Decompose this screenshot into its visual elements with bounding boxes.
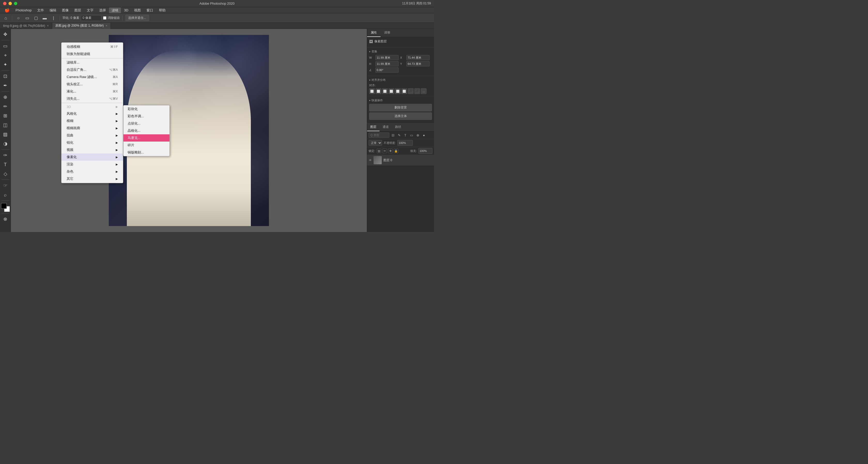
distribute-v[interactable]: ⬛ [414,88,420,94]
select-and-mask-button[interactable]: 选择并遮住... [125,15,149,21]
selection-tool[interactable] [1,41,10,51]
filter-pixelate[interactable]: 像素化 ▶ [61,153,123,161]
layers-icon-2[interactable]: T [403,132,408,138]
quick-actions-title[interactable]: ▾ 快速操作 [369,98,432,102]
text-tool[interactable] [1,160,10,169]
foreground-color[interactable] [1,203,7,209]
menu-select[interactable]: 选择 [97,7,108,13]
lock-position[interactable]: ✥ [388,149,393,153]
remove-background-button[interactable]: 删除背景 [369,104,432,111]
tab-layers[interactable]: 图层 [367,123,379,131]
submenu-copper-engrave[interactable]: 铜版雕刻... [123,149,169,156]
home-button[interactable]: ⌂ [2,14,9,22]
submenu-fragment[interactable]: 碎片 [123,142,169,149]
select-subject-button[interactable]: 选择主体 [369,113,432,120]
lasso-tool[interactable] [1,51,10,60]
filter-vanishing-point[interactable]: 消失点... ⌥⌘V [61,95,123,102]
tab-original[interactable]: 原图.jpg @ 200% (图层 1, RGB/8#) ✕ [52,23,111,29]
lock-transparent[interactable]: ▨ [377,149,381,153]
blend-mode-select[interactable]: 正常 [369,140,382,146]
menu-file[interactable]: 文件 [35,7,46,13]
gradient-tool[interactable] [1,130,10,139]
submenu-mosaic[interactable]: 马赛克... [123,134,169,142]
x-input[interactable] [406,55,430,60]
filter-lens-correct[interactable]: 镜头校正... ⌘R [61,81,123,88]
zoom-tool[interactable] [1,190,10,199]
align-title[interactable]: ▾ 对齐并分布 [369,78,432,82]
rounded-rect-tool[interactable]: ▢ [32,14,39,22]
h-input[interactable] [375,61,399,66]
eraser-tool[interactable] [1,121,10,129]
stamp-tool[interactable] [1,111,10,120]
path-tool[interactable] [1,169,10,178]
filter-liquify[interactable]: 液化... ⌘X [61,88,123,95]
apple-menu[interactable]: 🍎 [2,8,12,13]
align-center-h[interactable]: ⬜ [376,88,381,94]
filter-camera-raw[interactable]: Camera Raw 滤镜... ⌘A [61,73,123,81]
layers-search-input[interactable] [369,132,389,138]
filter-blur[interactable]: 模糊 ▶ [61,117,123,125]
heal-tool[interactable] [1,93,10,101]
angle-input[interactable] [375,67,399,72]
minimize-button[interactable] [8,2,12,5]
layers-icon-4[interactable]: ⊕ [415,132,420,138]
filter-distort[interactable]: 扭曲 ▶ [61,132,123,139]
custom-shape-tool[interactable] [1,215,10,223]
align-center-v[interactable]: ⬜ [395,88,401,94]
align-right[interactable]: ⬜ [382,88,388,94]
transform-title[interactable]: ▾ 变换 [369,50,432,54]
tab-channels[interactable]: 通道 [379,123,392,131]
menu-help[interactable]: 帮助 [156,7,168,13]
layers-icon-3[interactable]: ▭ [409,132,414,138]
layers-icon-1[interactable]: ✎ [397,132,402,138]
submenu-pointillize[interactable]: 点状化... [123,120,169,127]
opacity-input[interactable] [397,140,413,146]
filter-convert-smart[interactable]: 转换为智能滤镜 [61,51,123,58]
align-left[interactable]: ⬜ [369,88,375,94]
submenu-color-blocks[interactable]: 彩块化 [123,105,169,113]
filter-video[interactable]: 视频 ▶ [61,146,123,153]
move-tool[interactable] [1,30,10,39]
align-top[interactable]: ⬜ [389,88,394,94]
remove-alias-checkbox[interactable] [103,16,106,20]
pen-tool[interactable] [1,151,10,160]
crop-tool[interactable] [1,72,10,81]
distribute-h[interactable]: ⬛ [408,88,413,94]
ellipse-tool[interactable]: ○ [15,14,22,22]
submenu-color-halftone[interactable]: 彩色半调... [123,113,169,120]
submenu-crystallize[interactable]: 晶格化... [123,127,169,134]
menu-window[interactable]: 窗口 [144,7,156,13]
tab-timg[interactable]: timg-9.jpeg @ 66.7%(RGB/8#) ✕ [0,23,52,29]
close-button[interactable] [3,2,6,5]
filter-gallery[interactable]: 滤镜库... [61,59,123,66]
filter-blur-gallery[interactable]: 模糊画廊 ▶ [61,125,123,132]
tab-paths[interactable]: 路径 [392,123,404,131]
filter-noise[interactable]: 杂色 ▶ [61,168,123,175]
menu-photoshop[interactable]: Photoshop [13,8,34,13]
menu-text[interactable]: 文字 [84,7,96,13]
filter-render[interactable]: 渲染 ▶ [61,161,123,168]
menu-view[interactable]: 视图 [131,7,144,13]
menu-layer[interactable]: 图层 [72,7,84,13]
fill-input[interactable] [418,148,432,154]
tab-close-timg[interactable]: ✕ [47,24,49,27]
tab-adjustments[interactable]: 调整 [380,29,394,37]
dodge-tool[interactable] [1,139,10,148]
filter-motion-blur[interactable]: 动感模糊 ⌘⇧F [61,43,123,51]
filter-3d[interactable]: 3D ▶ [61,103,123,110]
layer-item-0[interactable]: 👁 图层 0 [367,155,434,165]
filter-stylize[interactable]: 风格化 ▶ [61,110,123,117]
single-col-tool[interactable]: | [50,14,57,22]
layer-visibility-0[interactable]: 👁 [369,158,372,162]
tab-properties[interactable]: 属性 [367,29,380,37]
hand-tool[interactable] [1,181,10,190]
filter-adaptive-wide[interactable]: 自适应广角... ⌥⌘A [61,66,123,73]
lock-paint[interactable]: ✏ [382,149,387,153]
layers-icon-dot[interactable]: ● [421,132,427,138]
lock-all[interactable]: 🔒 [394,149,398,153]
menu-3d[interactable]: 3D [121,8,131,13]
rect-tool[interactable]: ▭ [24,14,31,22]
magic-wand-tool[interactable] [1,60,10,69]
filter-other[interactable]: 其它 ▶ [61,175,123,182]
w-input[interactable] [375,55,399,60]
